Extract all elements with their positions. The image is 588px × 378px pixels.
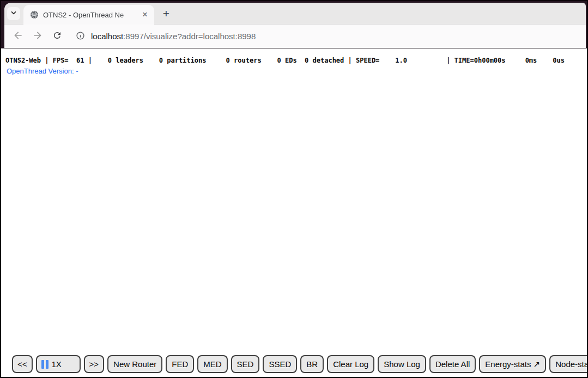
ssed-button[interactable]: SSED: [263, 355, 297, 373]
step-back-button[interactable]: <<: [12, 355, 33, 373]
forward-arrow-icon: [32, 30, 43, 42]
globe-icon: [30, 10, 39, 19]
forward-button[interactable]: [31, 30, 44, 43]
back-arrow-icon: [13, 30, 23, 42]
speed-label: 1X: [52, 359, 62, 369]
info-icon: [76, 31, 85, 42]
clear-log-button[interactable]: Clear Log: [327, 355, 374, 373]
tab-search-button[interactable]: [7, 7, 20, 20]
browser-tab[interactable]: OTNS2 - OpenThread Ne ×: [23, 5, 154, 25]
tab-title: OTNS2 - OpenThread Ne: [43, 11, 140, 19]
back-button[interactable]: [11, 30, 25, 43]
close-icon[interactable]: ×: [140, 10, 150, 20]
url-path: :8997/visualize?addr=localhost:8998: [123, 32, 256, 41]
pause-icon: [41, 360, 49, 369]
reload-button[interactable]: [51, 30, 64, 43]
url-host: localhost: [91, 32, 123, 41]
delete-all-button[interactable]: Delete All: [429, 355, 476, 373]
site-info-button[interactable]: [74, 30, 87, 43]
address-toolbar: localhost:8997/visualize?addr=localhost:…: [4, 25, 586, 48]
browser-window: OTNS2 - OpenThread Ne × +: [0, 0, 588, 378]
otns-visualizer-page: OTNS2-Web | FPS= 61 | 0 leaders 0 partit…: [1, 49, 587, 377]
window-frame: OTNS2 - OpenThread Ne × +: [1, 1, 587, 48]
simulation-toolbar: << 1X >> New Router FED MED SED SSED BR …: [12, 355, 587, 373]
step-forward-button[interactable]: >>: [84, 355, 105, 373]
br-button[interactable]: BR: [300, 355, 324, 373]
tab-strip: OTNS2 - OpenThread Ne × +: [4, 3, 586, 25]
fed-button[interactable]: FED: [166, 355, 194, 373]
address-bar-url[interactable]: localhost:8997/visualize?addr=localhost:…: [91, 32, 256, 41]
new-router-button[interactable]: New Router: [107, 355, 162, 373]
new-tab-button[interactable]: +: [159, 6, 174, 21]
node-stats-button[interactable]: Node-stats ↗: [549, 355, 587, 373]
med-button[interactable]: MED: [197, 355, 227, 373]
simulation-status-line: OTNS2-Web | FPS= 61 | 0 leaders 0 partit…: [5, 57, 587, 64]
pause-speed-button[interactable]: 1X: [36, 355, 81, 373]
energy-stats-button[interactable]: Energy-stats ↗: [479, 355, 546, 373]
sed-button[interactable]: SED: [231, 355, 260, 373]
chevron-down-icon: [10, 9, 17, 18]
show-log-button[interactable]: Show Log: [378, 355, 426, 373]
openthread-version-link[interactable]: OpenThread Version: -: [7, 67, 78, 75]
reload-icon: [52, 31, 62, 42]
